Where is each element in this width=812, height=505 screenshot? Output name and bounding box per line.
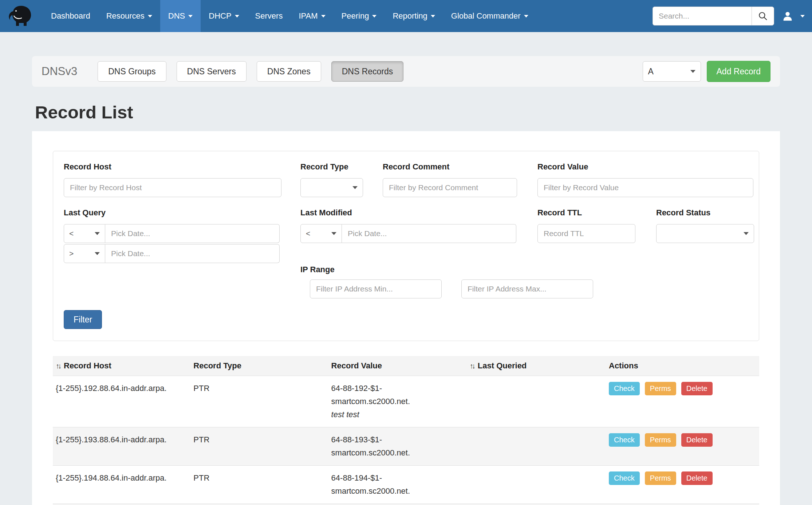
record-comment-label: Record Comment (383, 162, 449, 172)
chevron-down-icon (372, 15, 377, 17)
top-navbar: Dashboard Resources DNS DHCP Servers IPA… (0, 0, 812, 32)
last-modified-label: Last Modified (300, 208, 352, 218)
check-button[interactable]: Check (609, 382, 640, 395)
delete-button[interactable]: Delete (681, 382, 713, 395)
operator-value: < (69, 229, 74, 238)
last-modified-lt-select[interactable]: < (300, 224, 342, 243)
filter-panel: Record Host Record Type Record Comment R… (53, 151, 759, 341)
record-type-select[interactable]: A (643, 61, 701, 82)
brand-logo-link[interactable] (5, 0, 43, 32)
record-value-cell: 64-88-194-$1-smartcom.sc2000.net. (328, 466, 467, 504)
header-record-type: Record Type (190, 356, 328, 376)
navbar-right (653, 0, 805, 32)
module-title: DNSv3 (42, 65, 77, 78)
user-icon (781, 10, 794, 22)
tab-dns-servers[interactable]: DNS Servers (177, 61, 247, 82)
ip-range-max-input[interactable] (461, 279, 593, 298)
sort-icon: ↑↓ (56, 362, 60, 370)
record-type-cell: PTR (190, 466, 328, 504)
last-query-after-date-input[interactable] (105, 244, 280, 263)
nav-item-peering[interactable]: Peering (334, 0, 385, 32)
record-ttl-filter-input[interactable] (537, 224, 635, 243)
nav-item-global-commander[interactable]: Global Commander (443, 0, 536, 32)
search-button[interactable] (752, 7, 774, 26)
sort-icon: ↑↓ (470, 362, 474, 370)
nav-item-ipam[interactable]: IPAM (291, 0, 333, 32)
last-queried-cell (467, 376, 606, 427)
chevron-down-icon (148, 15, 152, 17)
header-label: Record Host (64, 361, 111, 370)
record-host-filter-input[interactable] (64, 178, 281, 197)
last-query-lt-select[interactable]: < (64, 224, 105, 243)
header-label: Actions (609, 361, 638, 370)
table-row: {1-255}.194.88.64.in-addr.arpa. PTR 64-8… (53, 466, 759, 504)
header-record-value: Record Value (328, 356, 467, 376)
nav-item-reporting[interactable]: Reporting (385, 0, 443, 32)
record-value-label: Record Value (537, 162, 588, 172)
dns-subheader: DNSv3 DNS Groups DNS Servers DNS Zones D… (32, 56, 780, 87)
perms-button[interactable]: Perms (645, 433, 676, 447)
record-type-filter-select[interactable] (300, 178, 363, 197)
record-value: 64-88-194-$1-smartcom.sc2000.net. (331, 471, 455, 498)
nav-item-servers[interactable]: Servers (247, 0, 291, 32)
add-record-button[interactable]: Add Record (707, 61, 770, 82)
ip-range-label: IP Range (300, 265, 335, 274)
chevron-down-icon (744, 232, 749, 235)
header-record-host[interactable]: ↑↓Record Host (53, 356, 190, 376)
tab-dns-zones[interactable]: DNS Zones (257, 61, 321, 82)
filter-button[interactable]: Filter (64, 310, 102, 329)
record-list-card: Record Host Record Type Record Comment R… (32, 131, 780, 505)
ip-range-min-input[interactable] (310, 279, 442, 298)
nav-label: Reporting (393, 11, 427, 21)
record-value: 64-88-193-$1-smartcom.sc2000.net. (331, 433, 455, 459)
delete-button[interactable]: Delete (681, 433, 713, 447)
header-label: Last Queried (478, 361, 527, 370)
nav-item-dhcp[interactable]: DHCP (201, 0, 247, 32)
record-value: 64-88-192-$1-smartcom.sc2000.net. (331, 382, 455, 408)
perms-button[interactable]: Perms (645, 471, 676, 485)
user-menu[interactable] (781, 10, 805, 22)
records-table-wrap: ↑↓Record Host Record Type Record Value ↑… (53, 356, 759, 505)
check-button[interactable]: Check (609, 471, 640, 485)
chevron-down-icon (352, 186, 358, 189)
header-label: Record Value (331, 361, 382, 370)
perms-button[interactable]: Perms (645, 382, 676, 395)
nav-item-dashboard[interactable]: Dashboard (43, 0, 98, 32)
last-query-gt-select[interactable]: > (64, 244, 105, 263)
nav-label: Dashboard (51, 11, 90, 21)
nav-item-dns[interactable]: DNS (160, 0, 201, 32)
nav-label: IPAM (299, 11, 318, 21)
table-row: {1-255}.193.88.64.in-addr.arpa. PTR 64-8… (53, 427, 759, 466)
last-modified-date-input[interactable] (342, 224, 516, 243)
chevron-down-icon (431, 15, 435, 17)
operator-value: < (306, 229, 310, 238)
tab-dns-records[interactable]: DNS Records (331, 61, 404, 82)
chevron-down-icon (235, 15, 239, 17)
nav-label: DHCP (209, 11, 231, 21)
chevron-down-icon (188, 15, 193, 17)
record-type-selected-value: A (648, 67, 654, 77)
nav-label: Servers (255, 11, 283, 21)
table-header-row: ↑↓Record Host Record Type Record Value ↑… (53, 356, 759, 376)
record-type-cell: PTR (190, 376, 328, 427)
check-button[interactable]: Check (609, 433, 640, 447)
chevron-down-icon (95, 232, 100, 235)
record-note: test test (331, 408, 467, 421)
record-comment-filter-input[interactable] (383, 178, 517, 197)
record-value-filter-input[interactable] (537, 178, 753, 197)
delete-button[interactable]: Delete (681, 471, 713, 485)
record-value-cell: 64-88-193-$1-smartcom.sc2000.net. (328, 427, 467, 466)
header-actions: Actions (606, 356, 759, 376)
search-input[interactable] (653, 7, 752, 26)
header-label: Record Type (193, 361, 241, 370)
header-last-queried[interactable]: ↑↓Last Queried (467, 356, 606, 376)
page-title: Record List (35, 102, 780, 122)
chevron-down-icon (331, 232, 336, 235)
actions-cell: Check Perms Delete (606, 466, 759, 504)
record-type-label: Record Type (300, 162, 348, 172)
nav-label: Peering (342, 11, 369, 21)
nav-item-resources[interactable]: Resources (98, 0, 160, 32)
tab-dns-groups[interactable]: DNS Groups (98, 61, 166, 82)
last-query-before-date-input[interactable] (105, 224, 280, 243)
record-status-filter-select[interactable] (656, 224, 754, 243)
